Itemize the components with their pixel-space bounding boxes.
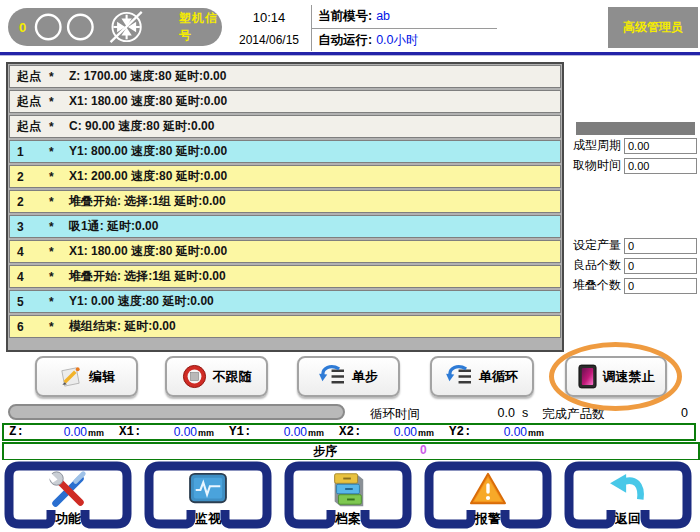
axis-z-label: Z: <box>4 425 24 439</box>
nav-files-button[interactable]: 档案 <box>283 460 413 530</box>
machine-signal-panel: 0 塑机信号 <box>8 8 222 46</box>
nav-alarm-button[interactable]: 报警 <box>423 460 553 530</box>
good-count-field-row: 良品个数 0 <box>573 257 697 274</box>
signal-panel-label: 塑机信号 <box>179 10 222 44</box>
program-row[interactable]: 4*堆叠开始: 选择:1组 延时:0.00 <box>9 265 561 288</box>
single-step-icon <box>319 365 346 388</box>
signal-counter: 0 <box>19 20 29 35</box>
program-row-number: 6 <box>10 320 49 334</box>
target-output-field[interactable]: 0 <box>624 238 697 254</box>
pickup-time-field-row: 取物时间 0.00 <box>573 157 697 174</box>
bottom-navigation: 功能 监视 <box>0 460 700 532</box>
program-row[interactable]: 5*Y1: 0.00 速度:80 延时:0.00 <box>9 290 561 313</box>
single-step-button[interactable]: 单步 <box>297 356 400 397</box>
pickup-time-field[interactable]: 0.00 <box>624 158 697 174</box>
cycle-period-field-row: 成型周期 0.00 <box>573 137 697 154</box>
axis-y2-label: Y2: <box>444 425 472 439</box>
axis-y1-value: 0.00 <box>284 425 307 439</box>
files-icon <box>283 469 413 509</box>
program-row-star: * <box>49 120 69 134</box>
monitor-icon <box>143 472 273 506</box>
program-row[interactable]: 起点*C: 90.00 速度:80 延时:0.00 <box>9 115 561 138</box>
program-row-star: * <box>49 170 69 184</box>
program-row[interactable]: 6*模组结束: 延时:0.00 <box>9 315 561 338</box>
pencil-icon <box>58 364 83 389</box>
speed-limit-button-label: 调速禁止 <box>603 368 655 386</box>
program-row-text: X1: 200.00 速度:80 延时:0.00 <box>69 168 560 185</box>
axis-y1-unit: mm <box>308 428 324 438</box>
stop-icon <box>182 364 207 389</box>
program-step-list: 起点*Z: 1700.00 速度:80 延时:0.00 起点*X1: 180.0… <box>6 62 564 352</box>
axis-y2-value: 0.00 <box>504 425 527 439</box>
program-row-star: * <box>49 270 69 284</box>
nav-back-label: 返回 <box>563 510 693 528</box>
axis-x1-label: X1: <box>114 425 142 439</box>
program-row[interactable]: 起点*X1: 180.00 速度:80 延时:0.00 <box>9 90 561 113</box>
program-row-text: C: 90.00 速度:80 延时:0.00 <box>69 118 560 135</box>
good-count-field[interactable]: 0 <box>624 258 697 274</box>
program-row-text: X1: 180.00 速度:80 延时:0.00 <box>69 243 560 260</box>
program-row-text: Z: 1700.00 速度:80 延时:0.00 <box>69 68 560 85</box>
axis-x2-value: 0.00 <box>394 425 417 439</box>
program-row[interactable]: 3*吸1通: 延时:0.00 <box>9 215 561 238</box>
program-row-number: 起点 <box>10 93 49 110</box>
axis-y1: Y1: 0.00 mm <box>224 425 334 439</box>
program-row-star: * <box>49 95 69 109</box>
program-row-number: 3 <box>10 220 49 234</box>
program-row-number: 4 <box>10 270 49 284</box>
cycle-time-unit: s <box>522 406 528 420</box>
program-row-number: 2 <box>10 195 49 209</box>
program-row[interactable]: 1*Y1: 800.00 速度:80 延时:0.00 <box>9 140 561 163</box>
edit-button[interactable]: 编辑 <box>35 356 138 397</box>
step-sequence-label: 步序 <box>313 443 337 460</box>
single-cycle-button[interactable]: 单循环 <box>430 356 534 397</box>
edit-button-label: 编辑 <box>89 368 115 386</box>
axis-x2-label: X2: <box>334 425 362 439</box>
cycle-time-value: 0.0 <box>470 406 515 420</box>
program-row[interactable]: 4*X1: 180.00 速度:80 延时:0.00 <box>9 240 561 263</box>
program-row[interactable]: 2*堆叠开始: 选择:1组 延时:0.00 <box>9 190 561 213</box>
cycle-period-label: 成型周期 <box>573 137 624 154</box>
nav-alarm-label: 报警 <box>423 510 553 528</box>
target-output-field-row: 设定产量 0 <box>573 237 697 254</box>
back-icon <box>563 472 693 506</box>
good-count-label: 良品个数 <box>573 257 624 274</box>
program-row-number: 5 <box>10 295 49 309</box>
nav-files-label: 档案 <box>283 510 413 528</box>
auto-run-row: 自动运行:0.0小时 <box>318 32 419 49</box>
nav-back-button[interactable]: 返回 <box>563 460 693 530</box>
axis-z-value: 0.00 <box>64 425 87 439</box>
no-follow-button-label: 不跟随 <box>213 368 252 386</box>
stack-count-field[interactable]: 0 <box>624 278 697 294</box>
program-row-star: * <box>49 245 69 259</box>
user-role-badge[interactable]: 高级管理员 <box>608 7 698 48</box>
program-row[interactable]: 2*X1: 200.00 速度:80 延时:0.00 <box>9 165 561 188</box>
auto-run-label: 自动运行: <box>318 33 372 47</box>
program-row-text: 堆叠开始: 选择:1组 延时:0.00 <box>69 268 560 285</box>
axis-x1-unit: mm <box>198 428 214 438</box>
cycle-progress-bar <box>8 404 345 420</box>
nav-function-button[interactable]: 功能 <box>3 460 133 530</box>
program-row[interactable]: 起点*Z: 1700.00 速度:80 延时:0.00 <box>9 65 561 88</box>
nav-monitor-button[interactable]: 监视 <box>143 460 273 530</box>
current-mold-label: 当前模号: <box>318 9 372 23</box>
axis-y1-label: Y1: <box>224 425 252 439</box>
program-row-text: 模组结束: 延时:0.00 <box>69 318 560 335</box>
axis-z-unit: mm <box>88 428 104 438</box>
alarm-icon <box>423 471 553 507</box>
cycle-time-label: 循环时间 <box>370 406 420 423</box>
current-mold-value: ab <box>376 9 390 23</box>
cycle-period-field[interactable]: 0.00 <box>624 138 697 154</box>
finished-products-value: 0 <box>660 406 688 420</box>
axis-x2: X2: 0.00 mm <box>334 425 444 439</box>
speed-limit-button[interactable]: 调速禁止 <box>565 356 667 397</box>
axis-y2: Y2: 0.00 mm <box>444 425 554 439</box>
topbar-separator <box>0 52 700 56</box>
nav-monitor-label: 监视 <box>143 510 273 528</box>
no-follow-button[interactable]: 不跟随 <box>165 356 268 397</box>
axis-z: Z: 0.00 mm <box>4 425 114 439</box>
axis-x1-value: 0.00 <box>174 425 197 439</box>
signal-lamps-icon <box>29 10 177 44</box>
current-mold-row: 当前模号:ab <box>318 8 390 25</box>
stack-count-field-row: 堆叠个数 0 <box>573 277 697 294</box>
